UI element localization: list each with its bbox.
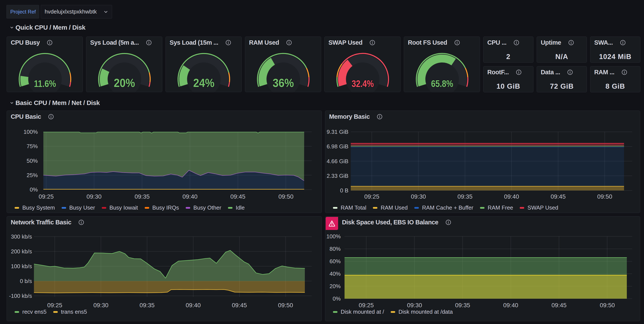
svg-text:100 kb/s: 100 kb/s [11, 263, 32, 270]
svg-text:09:45: 09:45 [550, 193, 566, 200]
svg-text:0 b/s: 0 b/s [20, 278, 32, 284]
svg-text:09:50: 09:50 [278, 193, 294, 200]
svg-text:0%: 0% [30, 186, 38, 193]
svg-text:09:40: 09:40 [182, 193, 198, 200]
svg-text:36%: 36% [273, 76, 294, 90]
svg-text:09:30: 09:30 [407, 302, 422, 308]
svg-text:09:35: 09:35 [458, 193, 472, 200]
svg-text:40%: 40% [330, 270, 341, 277]
svg-text:65.8%: 65.8% [431, 78, 453, 89]
svg-text:09:50: 09:50 [600, 302, 615, 308]
svg-text:32.4%: 32.4% [352, 78, 374, 89]
svg-text:11.6%: 11.6% [34, 78, 56, 89]
svg-text:200 kb/s: 200 kb/s [11, 248, 32, 255]
svg-text:09:25: 09:25 [359, 302, 374, 308]
svg-text:60%: 60% [330, 258, 341, 264]
svg-text:09:35: 09:35 [134, 193, 150, 200]
svg-text:09:45: 09:45 [552, 302, 566, 308]
svg-text:09:25: 09:25 [364, 193, 379, 200]
svg-text:50%: 50% [26, 158, 38, 164]
svg-text:20%: 20% [330, 283, 341, 290]
svg-text:20%: 20% [114, 76, 135, 90]
svg-text:09:25: 09:25 [47, 302, 62, 308]
svg-text:6.98 GiB: 6.98 GiB [327, 143, 348, 150]
svg-text:09:35: 09:35 [140, 302, 154, 308]
svg-text:09:50: 09:50 [278, 302, 293, 308]
svg-text:100%: 100% [326, 233, 341, 240]
svg-text:100%: 100% [24, 128, 38, 135]
svg-text:2.33 GiB: 2.33 GiB [327, 173, 348, 179]
svg-text:0%: 0% [332, 296, 341, 302]
svg-text:9.31 GiB: 9.31 GiB [327, 128, 348, 135]
svg-text:09:45: 09:45 [230, 193, 245, 200]
svg-text:4.66 GiB: 4.66 GiB [327, 158, 348, 164]
svg-text:09:40: 09:40 [504, 193, 519, 200]
svg-text:09:25: 09:25 [39, 193, 54, 200]
svg-text:0 B: 0 B [340, 187, 348, 194]
svg-text:24%: 24% [193, 76, 214, 90]
svg-text:09:30: 09:30 [411, 193, 426, 200]
svg-text:25%: 25% [26, 172, 38, 178]
svg-text:09:35: 09:35 [455, 302, 470, 308]
svg-text:09:50: 09:50 [597, 193, 612, 200]
svg-text:09:30: 09:30 [86, 193, 102, 200]
svg-text:09:45: 09:45 [232, 302, 247, 308]
svg-text:-100 kb/s: -100 kb/s [9, 293, 32, 299]
svg-text:80%: 80% [330, 246, 341, 252]
svg-text:09:30: 09:30 [94, 302, 108, 308]
svg-text:300 kb/s: 300 kb/s [11, 234, 32, 240]
svg-text:09:40: 09:40 [186, 302, 201, 308]
svg-text:09:40: 09:40 [503, 302, 518, 308]
svg-text:75%: 75% [26, 143, 38, 150]
